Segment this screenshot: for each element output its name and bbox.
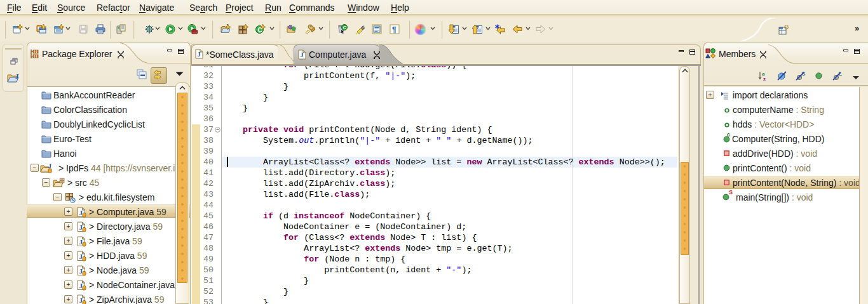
svg-text:¶: ¶ bbox=[392, 25, 397, 34]
svg-text:J: J bbox=[15, 73, 19, 80]
svg-text:J: J bbox=[198, 51, 201, 58]
svg-text:z: z bbox=[763, 76, 766, 81]
svg-text:C: C bbox=[343, 25, 347, 30]
svg-text:J: J bbox=[301, 51, 304, 58]
